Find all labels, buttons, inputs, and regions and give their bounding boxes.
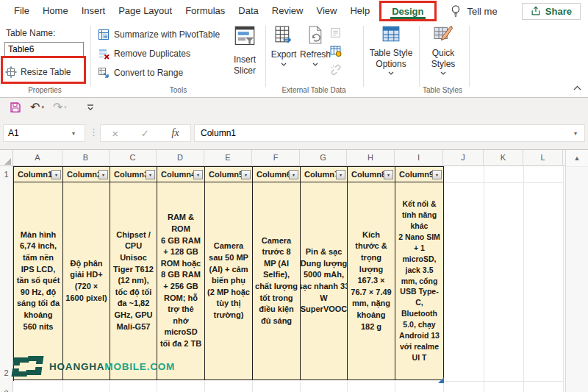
customize-quick-access-button[interactable] — [82, 103, 98, 112]
row-header-2[interactable]: 2 — [0, 182, 12, 381]
table-header-cell-i1[interactable]: Column9▾ — [395, 166, 444, 182]
table-cell-a2[interactable]: Màn hình 6,74 inch, tấm nền IPS LCD, tần… — [14, 182, 63, 380]
insert-function-button[interactable]: fx — [172, 127, 179, 139]
table-header-cell-g1[interactable]: Column7▾ — [301, 166, 348, 182]
table-header-cell-f1[interactable]: Column6▾ — [253, 166, 301, 182]
enter-button[interactable]: ✓ — [141, 128, 149, 139]
select-all-triangle-icon — [4, 158, 11, 165]
column-header-c[interactable]: C — [110, 150, 157, 166]
share-button[interactable]: Share — [522, 3, 581, 20]
column-header-k[interactable]: K — [484, 150, 523, 166]
column-header-a[interactable]: A — [13, 150, 62, 166]
resize-table-button[interactable]: Resize Table — [5, 63, 71, 81]
tab-file[interactable]: File — [7, 0, 36, 22]
header-label: Column4 — [161, 170, 193, 179]
tell-me-box[interactable]: Tell me — [450, 4, 498, 18]
formula-bar[interactable]: ▾ — [194, 124, 585, 142]
tab-help[interactable]: Help — [343, 0, 376, 22]
chevron-down-icon — [440, 71, 446, 75]
share-label: Share — [545, 6, 572, 17]
filter-button[interactable]: ▾ — [146, 170, 155, 179]
table-column-d: Column4▾ RAM & ROM 6 GB RAM + 128 GB ROM… — [157, 166, 205, 381]
name-box-input[interactable] — [4, 128, 65, 138]
scroll-up-button[interactable]: ▲ — [566, 150, 588, 167]
filter-button[interactable]: ▾ — [432, 170, 442, 179]
row-header-1[interactable]: 1 — [0, 166, 12, 182]
tab-view[interactable]: View — [309, 0, 343, 22]
data-properties-button[interactable] — [330, 27, 342, 40]
table-styles-group-label: Table Styles — [416, 86, 469, 94]
column-header-b[interactable]: B — [62, 150, 110, 166]
redo-button[interactable]: ↷ ▾ — [49, 101, 71, 113]
filter-button[interactable]: ▾ — [98, 170, 108, 179]
column-header-e[interactable]: E — [204, 150, 252, 166]
formula-bar-resizer[interactable]: ⋮ — [89, 126, 98, 138]
summarize-pivottable-button[interactable]: Summarize with PivotTable — [98, 27, 220, 42]
group-separator — [419, 26, 420, 87]
chevron-down-icon — [281, 63, 287, 66]
header-label: Column7 — [304, 170, 336, 179]
table-header-cell-c1[interactable]: Column3▾ — [110, 166, 157, 182]
undo-button[interactable]: ↶ ▾ — [26, 101, 48, 113]
table-header-cell-h1[interactable]: Column8▾ — [348, 166, 395, 182]
cancel-button[interactable]: × — [112, 127, 118, 140]
quick-styles-button[interactable]: Quick Styles — [422, 25, 465, 75]
insert-slicer-button[interactable]: Insert Slicer — [225, 25, 265, 76]
column-header-f[interactable]: F — [252, 150, 300, 166]
filter-button[interactable]: ▾ — [336, 170, 345, 179]
refresh-button[interactable]: Refresh — [300, 25, 331, 66]
open-in-browser-button[interactable] — [330, 46, 342, 59]
formula-input[interactable] — [195, 128, 567, 138]
table-cell-c2[interactable]: Chipset / CPU Unisoc Tiger T612 (12 nm),… — [110, 182, 157, 380]
filter-button[interactable]: ▾ — [51, 170, 61, 179]
table-cell-h2[interactable]: Kích thước & trọng lượng 167.3 × 76.7 × … — [348, 182, 395, 380]
column-header-l[interactable]: L — [523, 150, 563, 166]
tab-data[interactable]: Data — [232, 0, 265, 22]
filter-button[interactable]: ▾ — [193, 170, 203, 179]
convert-to-range-button[interactable]: Convert to Range — [98, 65, 183, 80]
tab-formulas[interactable]: Formulas — [179, 0, 232, 22]
table-name-label: Table Name: — [6, 28, 55, 38]
table-cell-f2[interactable]: Camera trước 8 MP (AI Selfie), chất lượn… — [253, 182, 301, 380]
column-header-g[interactable]: G — [300, 150, 347, 166]
tab-insert[interactable]: Insert — [75, 0, 112, 22]
save-icon — [10, 101, 21, 113]
table-cell-g2[interactable]: Pin & sạc Dung lượng 5000 mAh, sạc nhanh… — [301, 182, 348, 380]
table-header-cell-d1[interactable]: Column4▾ — [157, 166, 205, 182]
row-header-3[interactable]: 3 — [0, 384, 12, 392]
table-header-cell-b1[interactable]: Column2▾ — [63, 166, 110, 182]
column-header-h[interactable]: H — [347, 150, 395, 166]
tab-review[interactable]: Review — [265, 0, 310, 22]
remove-duplicates-button[interactable]: Remove Duplicates — [98, 46, 190, 61]
expand-formula-bar-icon[interactable]: ▾ — [567, 130, 584, 137]
filter-button[interactable]: ▾ — [289, 170, 298, 179]
group-separator — [363, 26, 364, 87]
unlink-button[interactable] — [330, 64, 342, 78]
column-header-i[interactable]: I — [395, 150, 443, 166]
table-header-cell-e1[interactable]: Column5▾ — [205, 166, 253, 182]
table-cell-b2[interactable]: Độ phân giải HD+ (720 × 1600 pixel) — [63, 182, 110, 380]
table-cell-i2[interactable]: Kết nối & tính năng khác 2 Nano SIM + 1 … — [395, 182, 444, 380]
group-separator — [90, 26, 91, 87]
table-name-input[interactable] — [4, 42, 84, 57]
filter-button[interactable]: ▾ — [384, 170, 393, 179]
ribbon-design: Table Name: Resize Table Properties Summ… — [0, 22, 588, 98]
save-button[interactable] — [6, 101, 25, 113]
tab-design[interactable]: Design — [392, 6, 423, 17]
filter-button[interactable]: ▾ — [241, 170, 251, 179]
tab-home[interactable]: Home — [36, 0, 75, 22]
table-header-cell-a1[interactable]: Column1▾ — [14, 166, 63, 182]
column-header-j[interactable]: J — [443, 150, 484, 166]
export-button[interactable]: Export — [269, 25, 298, 66]
table-cell-d2[interactable]: RAM & ROM 6 GB RAM + 128 GB ROM hoặc 8 G… — [157, 182, 205, 380]
select-all-button[interactable] — [0, 150, 13, 166]
tab-page-layout[interactable]: Page Layout — [112, 0, 179, 22]
collapse-ribbon-button[interactable] — [573, 82, 581, 93]
column-header-d[interactable]: D — [157, 150, 204, 166]
vertical-scrollbar[interactable]: ▲ — [565, 150, 588, 392]
table-cell-e2[interactable]: Camera sau 50 MP (AI) + cảm biến phụ (2 … — [205, 182, 253, 380]
gridline — [252, 381, 253, 392]
name-box[interactable]: ▾ — [3, 124, 85, 142]
table-style-options-button[interactable]: Table Style Options — [366, 25, 416, 75]
table-resize-handle[interactable] — [438, 376, 444, 385]
